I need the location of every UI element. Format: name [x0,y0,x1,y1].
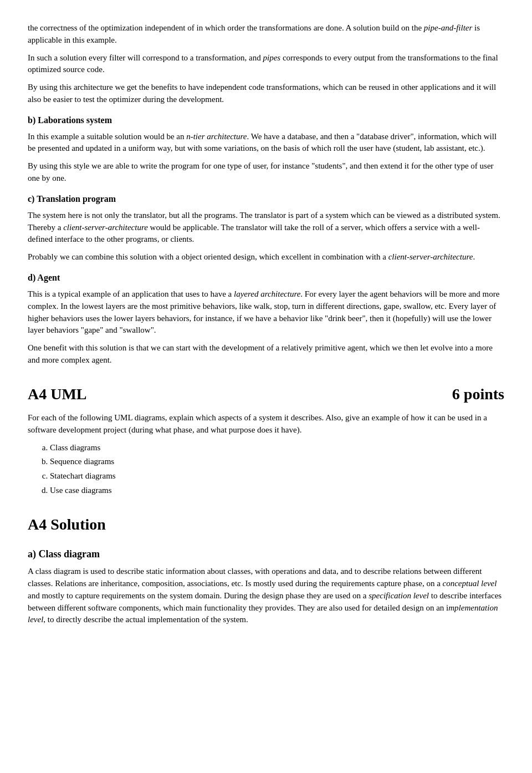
section-d: d) Agent This is a typical example of an… [28,271,504,367]
section-d-heading: d) Agent [28,271,504,284]
section-c-heading: c) Translation program [28,192,504,205]
a4-uml-points: 6 points [452,383,504,406]
list-item-statechart-diagrams: Statechart diagrams [50,470,504,482]
section-c-para-1: The system here is not only the translat… [28,210,504,246]
a4-solution-a-para-1: A class diagram is used to describe stat… [28,566,504,626]
intro-para-3: By using this architecture we get the be… [28,82,504,106]
section-b: b) Laborations system In this example a … [28,114,504,185]
section-b-para-2: By using this style we are able to write… [28,160,504,185]
list-item-use-case-diagrams: Use case diagrams [50,485,504,497]
a4-solution-title: A4 Solution [28,513,106,536]
list-item-sequence-diagrams: Sequence diagrams [50,456,504,468]
list-item-class-diagrams: Class diagrams [50,442,504,454]
section-c-para-2: Probably we can combine this solution wi… [28,251,504,263]
section-b-heading: b) Laborations system [28,114,504,126]
uml-diagram-list: Class diagrams Sequence diagrams Statech… [50,442,504,497]
a4-solution-section-a: a) Class diagram A class diagram is used… [28,547,504,626]
intro-para-1: the correctness of the optimization inde… [28,22,504,47]
a4-uml-intro: For each of the following UML diagrams, … [28,412,504,436]
section-b-para-1: In this example a suitable solution woul… [28,131,504,155]
a4-solution-a-heading: a) Class diagram [28,547,504,561]
a4-uml-heading-block: A4 UML 6 points [28,383,504,406]
a4-uml-title: A4 UML [28,383,87,406]
section-c: c) Translation program The system here i… [28,192,504,263]
a4-solution-heading-block: A4 Solution [28,513,504,536]
intro-para-2: In such a solution every filter will cor… [28,52,504,77]
section-d-para-1: This is a typical example of an applicat… [28,288,504,337]
section-d-para-2: One benefit with this solution is that w… [28,342,504,367]
